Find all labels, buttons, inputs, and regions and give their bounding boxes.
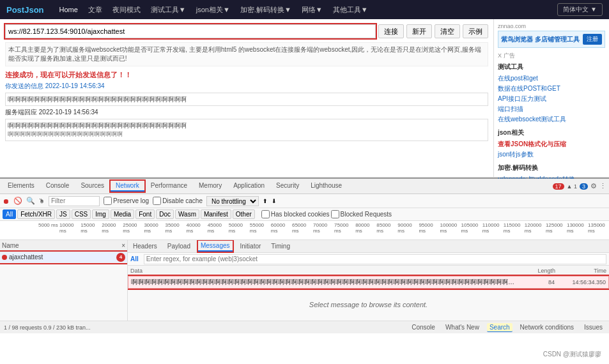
msg-filter-all[interactable]: All (130, 255, 139, 262)
nav-encode[interactable]: 加密.解码转换▼ (240, 5, 291, 15)
message-length-value: 84 (516, 279, 555, 285)
filter-font[interactable]: Font (135, 209, 155, 219)
msg-tab-timing[interactable]: Timing (268, 241, 293, 251)
preserve-log-checkbox[interactable] (104, 197, 112, 205)
tl-20000: 20000 ms (102, 222, 123, 234)
bottom-tab-issues[interactable]: Issues (582, 323, 605, 332)
ws-success-text: 连接成功，现在可以开始发送信息了！！ (5, 71, 132, 79)
export-icon[interactable]: ⬇ (272, 198, 277, 204)
bottom-tab-console[interactable]: Console (409, 323, 438, 332)
sidebar-link-post-get[interactable]: 在线post和get (498, 73, 605, 84)
network-status-dot (2, 255, 7, 260)
sidebar-link-api-test[interactable]: API接口压力测试 (498, 94, 605, 104)
tl-100000: 100000 ms (440, 222, 461, 234)
ws-receive-text: 啊啊啊啊啊啊啊啊啊啊啊啊啊啊啊啊啊啊啊啊啊啊啊啊啊啊啊啊 (5, 93, 488, 106)
message-row[interactable]: 啊啊啊啊啊啊啊啊啊啊啊啊啊啊啊啊啊啊啊啊啊啊啊啊啊啊啊啊啊啊啊啊啊啊啊啊啊啊啊啊… (128, 276, 609, 289)
has-blocked-cookies-checkbox[interactable] (261, 210, 270, 218)
lang-button[interactable]: 简体中文 ▼ (557, 3, 603, 16)
devtools-tab-security[interactable]: Security (271, 181, 304, 192)
messages-filter-row: All (128, 253, 609, 266)
filter-fetch-xhr[interactable]: Fetch/XHR (17, 209, 55, 219)
devtools-tab-memory[interactable]: Memory (194, 181, 227, 192)
filter-img[interactable]: Img (92, 209, 109, 219)
devtools-tab-network[interactable]: Network (111, 181, 144, 192)
ws-example-btn[interactable]: 示例 (463, 24, 488, 38)
sidebar-link-json-format[interactable]: 查看JSON格式化与压缩 (498, 139, 605, 149)
inspect-icon[interactable]: 🖱 (39, 198, 45, 204)
devtools-tabs-bar: Elements Console Sources Network Perform… (0, 179, 609, 194)
has-blocked-cookies-text: Has blocked cookies (271, 211, 330, 218)
devtools-tab-sources[interactable]: Sources (75, 181, 109, 192)
sidebar-link-ws-test[interactable]: 在线websocket测试工具 (498, 114, 605, 125)
import-icon[interactable]: ⬆ (263, 198, 268, 204)
devtools-tab-console[interactable]: Console (41, 181, 75, 192)
ws-open-btn[interactable]: 新开 (406, 24, 432, 38)
site-nav: PostJson Home 文章 夜间模式 测试工具▼ json相关▼ 加密.解… (0, 0, 609, 19)
nav-network[interactable]: 网络▼ (302, 5, 323, 15)
tl-5000: 5000 ms (38, 222, 59, 234)
ws-receive-label: 你发送的信息 2022-10-19 14:56:34 (5, 82, 488, 91)
network-list: Name × ajaxchattest 4 (0, 240, 128, 321)
network-item[interactable]: ajaxchattest 4 (0, 252, 127, 263)
nav-articles[interactable]: 文章 (88, 5, 102, 15)
filter-media[interactable]: Media (111, 209, 134, 219)
nav-json[interactable]: json相关▼ (196, 5, 230, 15)
ad-title: 紫鸟浏览器 多店铺管理工具 (501, 35, 580, 44)
msg-search-input[interactable] (144, 254, 606, 264)
record-icon[interactable]: ⏺ (3, 197, 10, 205)
ws-url-bar: 连接 新开 清空 示例 (5, 24, 488, 38)
bottom-tab-search[interactable]: Search (487, 323, 513, 332)
nav-other[interactable]: 其他工具▼ (333, 5, 368, 15)
devtools-more-icon[interactable]: ⋮ (599, 182, 606, 190)
filter-wasm[interactable]: Wasm (175, 209, 199, 219)
devtools-settings-icon[interactable]: ⚙ (590, 182, 597, 190)
filter-css[interactable]: CSS (72, 209, 91, 219)
sidebar-encrypt-title: 加密.解码转换 (498, 163, 605, 172)
filter-other[interactable]: Other (233, 209, 255, 219)
filter-input[interactable] (49, 196, 100, 206)
tl-50000: 50000 ms (229, 222, 250, 234)
disable-cache-checkbox[interactable] (153, 197, 161, 205)
filter-icon[interactable]: 🔍 (26, 197, 35, 205)
sidebar-tools-title: 测试工具 (498, 63, 605, 72)
ws-clear-btn[interactable]: 清空 (435, 24, 460, 38)
msg-tab-initiator[interactable]: Initiator (238, 241, 264, 251)
blocked-requests-checkbox[interactable] (331, 210, 339, 218)
devtools-tab-performance[interactable]: Performance (146, 181, 192, 192)
filter-doc[interactable]: Doc (156, 209, 174, 219)
ad-register-btn[interactable]: 注册 (583, 34, 602, 45)
tl-40000: 40000 ms (187, 222, 208, 234)
sidebar-link-port-scan[interactable]: 端口扫描 (498, 104, 605, 114)
tl-125000: 125000 ms (546, 222, 567, 234)
msg-tab-headers[interactable]: Headers (130, 241, 160, 251)
devtools-bottom-bar: 1 / 98 requests 0.9 / 230 kB tran... Con… (0, 321, 609, 333)
filter-types-bar: All Fetch/XHR JS CSS Img Media Font Doc … (0, 208, 609, 221)
bottom-tab-network-conditions[interactable]: Network conditions (518, 323, 576, 332)
throttle-dropdown[interactable]: No throttling (206, 196, 259, 206)
ws-description-text: 本工具主要是为了测试服务端websocket功能是否可正常开发端, 主要是利用h… (8, 46, 481, 62)
clear-icon[interactable]: 🚫 (13, 197, 22, 205)
devtools-tab-lighthouse[interactable]: Lighthouse (305, 181, 347, 192)
timeline-area: 5000 ms 10000 ms 15000 ms 20000 ms 25000… (0, 221, 609, 240)
sidebar-json-title: json相关 (498, 128, 605, 137)
ws-connect-btn[interactable]: 连接 (378, 24, 404, 38)
nav-night[interactable]: 夜间模式 (112, 5, 141, 15)
sidebar-link-json-js[interactable]: json转js参数 (498, 149, 605, 160)
site-logo: PostJson (6, 5, 44, 15)
msg-tab-messages[interactable]: Messages (198, 241, 233, 252)
msg-tab-payload[interactable]: Payload (165, 241, 193, 251)
ad-dismiss[interactable]: X 广告 (498, 52, 605, 60)
devtools-tab-application[interactable]: Application (228, 181, 270, 192)
filter-js[interactable]: JS (56, 209, 70, 219)
sidebar-link-data-post-get[interactable]: 数据在线POST和GET (498, 84, 605, 94)
ws-url-input[interactable] (5, 24, 376, 38)
filter-all[interactable]: All (3, 209, 16, 219)
nav-test-tools[interactable]: 测试工具▼ (151, 5, 186, 15)
devtools-tab-elements[interactable]: Elements (3, 181, 40, 192)
network-col-status: × (121, 242, 125, 249)
bottom-tabs: Console What's New Search Network condit… (409, 323, 605, 332)
nav-home[interactable]: Home (59, 6, 78, 13)
bottom-tab-whats-new[interactable]: What's New (443, 323, 482, 332)
warning-count: ▲ 1 (567, 183, 577, 190)
filter-manifest[interactable]: Manifest (201, 209, 231, 219)
